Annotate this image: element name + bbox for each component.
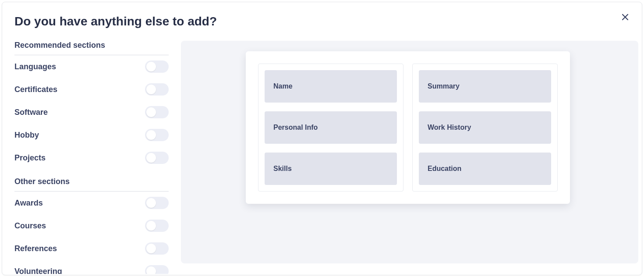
section-item-volunteering: Volunteering xyxy=(14,260,169,274)
preview-card: Name Personal Info Skills Summary Work H… xyxy=(246,51,570,204)
section-item-awards: Awards xyxy=(14,192,169,214)
dialog-title: Do you have anything else to add? xyxy=(2,2,642,28)
toggle-awards[interactable] xyxy=(145,197,169,209)
toggle-hobby[interactable] xyxy=(145,129,169,141)
toggle-references[interactable] xyxy=(145,242,169,255)
toggle-courses[interactable] xyxy=(145,220,169,232)
toggle-languages[interactable] xyxy=(145,60,169,73)
section-item-languages: Languages xyxy=(14,55,169,78)
section-item-label: Software xyxy=(14,108,48,117)
section-item-projects: Projects xyxy=(14,146,169,169)
section-item-software: Software xyxy=(14,101,169,124)
preview-column-right: Summary Work History Education xyxy=(412,64,558,192)
section-item-label: Projects xyxy=(14,153,46,163)
recommended-sections-group: Recommended sections Languages Certifica… xyxy=(14,41,169,169)
preview-block-name[interactable]: Name xyxy=(265,70,397,103)
toggle-certificates[interactable] xyxy=(145,83,169,96)
preview-block-education[interactable]: Education xyxy=(419,153,551,185)
section-item-label: Hobby xyxy=(14,131,39,140)
preview-column-left: Name Personal Info Skills xyxy=(258,64,403,192)
other-heading: Other sections xyxy=(14,177,169,192)
section-item-references: References xyxy=(14,237,169,260)
toggle-volunteering[interactable] xyxy=(145,265,169,274)
section-item-label: Volunteering xyxy=(14,267,62,274)
section-item-label: Awards xyxy=(14,199,43,208)
add-sections-dialog: Do you have anything else to add? Recomm… xyxy=(2,2,642,275)
close-icon xyxy=(621,13,629,21)
preview-block-personal-info[interactable]: Personal Info xyxy=(265,111,397,144)
preview-block-summary[interactable]: Summary xyxy=(419,70,551,103)
section-item-hobby: Hobby xyxy=(14,124,169,146)
section-item-label: Courses xyxy=(14,221,46,231)
other-sections-group: Other sections Awards Courses References… xyxy=(14,177,169,274)
preview-block-work-history[interactable]: Work History xyxy=(419,111,551,144)
sections-sidebar: Recommended sections Languages Certifica… xyxy=(2,41,169,274)
toggle-projects[interactable] xyxy=(145,152,169,164)
preview-block-skills[interactable]: Skills xyxy=(265,153,397,185)
section-item-courses: Courses xyxy=(14,214,169,237)
toggle-software[interactable] xyxy=(145,106,169,118)
section-item-label: References xyxy=(14,244,57,253)
section-item-label: Languages xyxy=(14,62,56,71)
preview-area: Name Personal Info Skills Summary Work H… xyxy=(181,41,638,263)
dialog-content: Recommended sections Languages Certifica… xyxy=(2,41,642,274)
section-item-certificates: Certificates xyxy=(14,78,169,101)
close-button[interactable] xyxy=(619,11,631,23)
section-item-label: Certificates xyxy=(14,85,57,94)
recommended-heading: Recommended sections xyxy=(14,41,169,55)
